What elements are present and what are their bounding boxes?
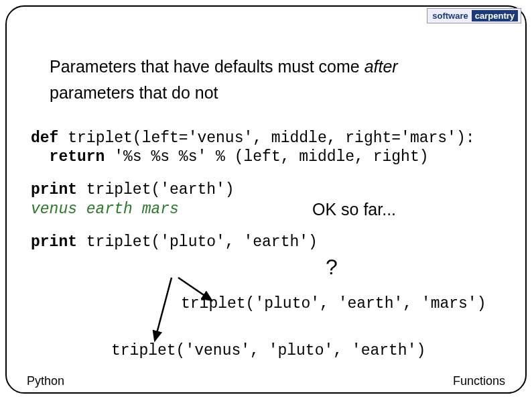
logo: software carpentry — [427, 8, 521, 23]
code-output1: venus earth mars — [31, 201, 179, 218]
footer-left: Python — [27, 374, 64, 388]
logo-left: software — [430, 10, 470, 21]
body-line2: parameters that do not — [50, 83, 218, 102]
code-print1-rest: triplet('earth') — [77, 181, 235, 198]
body-line1-before: Parameters that have defaults must come — [50, 57, 364, 76]
code-block-def: def triplet(left='venus', middle, right=… — [31, 129, 519, 168]
slide-content: Parameters that have defaults must come … — [31, 54, 519, 251]
option-2: triplet('venus', 'pluto', 'earth') — [111, 342, 425, 359]
code-def-rest: triplet(left='venus', middle, right='mar… — [58, 129, 474, 147]
footer-right: Functions — [453, 374, 505, 388]
logo-right: carpentry — [472, 10, 518, 21]
code-return-rest: '%s %s %s' % (left, middle, right) — [105, 148, 428, 166]
code-block-print2: print triplet('pluto', 'earth') — [31, 233, 519, 252]
code-block-print1: print triplet('earth') venus earth mars — [31, 180, 519, 219]
body-text: Parameters that have defaults must come … — [31, 54, 519, 106]
annotation-ok: OK so far... — [312, 200, 396, 219]
option-1: triplet('pluto', 'earth', 'mars') — [181, 295, 486, 312]
code-print2-rest: triplet('pluto', 'earth') — [77, 233, 318, 251]
body-line1-italic: after — [364, 57, 398, 76]
annotation-question: ? — [326, 255, 338, 280]
